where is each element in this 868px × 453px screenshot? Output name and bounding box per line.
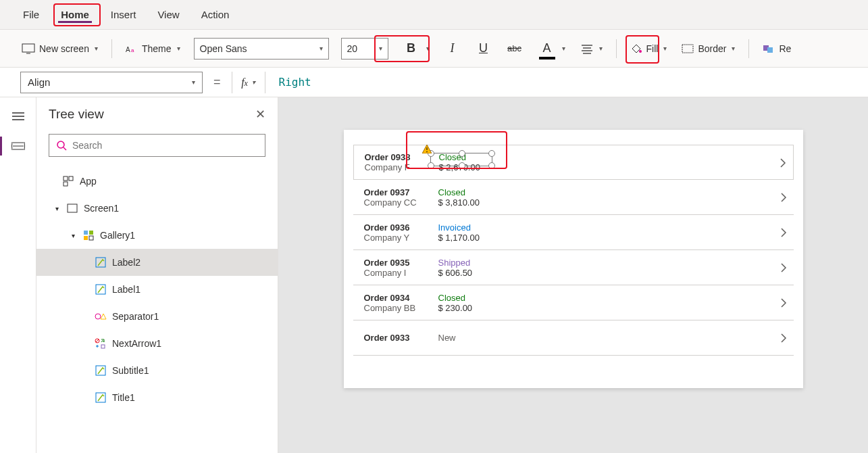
- tree-label: Label1: [112, 284, 141, 295]
- svg-rect-23: [84, 236, 88, 240]
- border-icon: [682, 44, 694, 53]
- svg-rect-24: [89, 236, 93, 240]
- svg-rect-22: [89, 231, 93, 235]
- collapse-icon[interactable]: ▾: [53, 205, 61, 212]
- close-panel-button[interactable]: ✕: [255, 107, 265, 122]
- order-row[interactable]: Order 0933 New: [353, 320, 794, 356]
- svg-rect-9: [682, 45, 693, 53]
- chevron-down-icon: ▾: [732, 45, 735, 52]
- svg-point-8: [639, 50, 642, 53]
- chevron-right-icon[interactable]: [780, 227, 787, 238]
- font-family-select[interactable]: Open Sans ▾: [194, 38, 329, 59]
- chevron-down-icon: ▾: [95, 45, 98, 52]
- order-row[interactable]: Order 0934 Company BB Closed $ 230.00: [353, 285, 794, 320]
- tree-title1[interactable]: Title1: [36, 384, 278, 411]
- separator: [616, 39, 617, 58]
- fx-button[interactable]: fx ▾: [232, 72, 265, 93]
- tree-app[interactable]: App: [36, 168, 278, 195]
- bold-button[interactable]: B ▾: [401, 37, 431, 61]
- tree-screen1[interactable]: ▾ Screen1: [36, 195, 278, 222]
- chevron-right-icon[interactable]: [780, 333, 787, 343]
- theme-icon: Aa: [126, 43, 138, 54]
- svg-point-27: [95, 314, 101, 319]
- order-status: Closed: [438, 293, 519, 303]
- reorder-label: Re: [779, 43, 791, 54]
- tree-label: Subtitle1: [112, 365, 149, 376]
- selection-handles[interactable]: [430, 153, 492, 166]
- chevron-down-icon: ▾: [192, 78, 195, 86]
- search-input[interactable]: [72, 140, 258, 151]
- svg-text:A: A: [126, 46, 130, 53]
- separator: [111, 39, 112, 58]
- order-id: Order 0934: [364, 293, 438, 303]
- order-company: Company BB: [364, 303, 438, 313]
- order-row[interactable]: Order 0936 Company Y Invoiced $ 1,170.00: [353, 215, 794, 250]
- menu-bar: File Home Insert View Action: [0, 0, 868, 30]
- tree-label: Screen1: [84, 203, 119, 214]
- warning-icon: [422, 145, 432, 153]
- property-select[interactable]: Align ▾: [20, 72, 203, 93]
- svg-line-16: [63, 147, 66, 150]
- collapse-icon[interactable]: ▾: [69, 232, 77, 239]
- tree-label: Label2: [112, 257, 141, 268]
- font-color-button[interactable]: A ▾: [536, 37, 567, 61]
- font-size-value: 20: [347, 43, 358, 54]
- menu-home[interactable]: Home: [58, 2, 92, 27]
- tree-label: NextArrow1: [112, 338, 161, 349]
- menu-insert[interactable]: Insert: [108, 2, 139, 27]
- svg-point-15: [57, 141, 64, 148]
- menu-action[interactable]: Action: [199, 2, 232, 27]
- chevron-right-icon[interactable]: [780, 297, 787, 308]
- order-row[interactable]: Order 0938 Company F Closed $ 2,670.00: [353, 145, 794, 180]
- order-status: Closed: [438, 187, 519, 197]
- chevron-down-icon: ▾: [177, 45, 180, 52]
- canvas-area[interactable]: Order 0938 Company F Closed $ 2,670.00 O…: [278, 97, 868, 453]
- menu-view[interactable]: View: [155, 2, 182, 27]
- paint-bucket-icon: [630, 43, 642, 54]
- fill-label: Fill: [646, 43, 659, 54]
- tree-view-title: Tree view: [49, 107, 104, 122]
- ribbon: New screen ▾ Aa Theme ▾ Open Sans ▾ 20 ▾…: [0, 30, 868, 68]
- shape-icon: [95, 310, 107, 323]
- order-row[interactable]: Order 0937 Company CC Closed $ 3,810.00: [353, 180, 794, 215]
- font-size-select[interactable]: 20 ▾: [341, 38, 388, 59]
- strikethrough-button[interactable]: abc: [505, 39, 524, 58]
- new-screen-label: New screen: [39, 43, 89, 54]
- tree-subtitle1[interactable]: Subtitle1: [36, 357, 278, 384]
- chevron-right-icon[interactable]: [780, 262, 787, 273]
- property-value: Align: [28, 76, 50, 88]
- align-button[interactable]: ▾: [579, 41, 604, 57]
- order-row[interactable]: Order 0935 Company I Shipped $ 606.50: [353, 250, 794, 285]
- theme-label: Theme: [142, 43, 172, 54]
- chevron-right-icon[interactable]: [780, 158, 786, 168]
- order-price: $ 3,810.00: [438, 197, 519, 208]
- hamburger-button[interactable]: [10, 108, 26, 124]
- tree-label1[interactable]: Label1: [36, 276, 278, 303]
- label-icon: [95, 391, 107, 404]
- search-icon: [56, 140, 67, 151]
- fill-button[interactable]: Fill ▾: [629, 41, 669, 57]
- tree-search[interactable]: [49, 134, 265, 157]
- tree-gallery1[interactable]: ▾ Gallery1: [36, 222, 278, 249]
- tree-label2[interactable]: Label2: [36, 249, 278, 276]
- chevron-right-icon[interactable]: [780, 192, 787, 203]
- svg-rect-11: [767, 47, 773, 53]
- menu-file[interactable]: File: [20, 2, 42, 27]
- tree-view-button[interactable]: [10, 138, 26, 154]
- border-button[interactable]: Border ▾: [680, 41, 736, 57]
- new-screen-button[interactable]: New screen ▾: [20, 41, 99, 57]
- order-price: $ 1,170.00: [438, 233, 519, 243]
- reorder-button[interactable]: Re: [761, 41, 792, 57]
- order-company: Company I: [364, 268, 438, 278]
- tree-separator1[interactable]: Separator1: [36, 303, 278, 330]
- label-icon: [95, 364, 107, 377]
- bold-icon: B: [402, 39, 421, 58]
- formula-input[interactable]: Right: [274, 76, 311, 89]
- app-icon: [62, 175, 74, 187]
- underline-button[interactable]: U: [474, 39, 493, 58]
- italic-button[interactable]: I: [443, 39, 462, 58]
- app-canvas[interactable]: Order 0938 Company F Closed $ 2,670.00 O…: [344, 130, 803, 388]
- theme-button[interactable]: Aa Theme ▾: [124, 41, 182, 57]
- chevron-down-icon: ▾: [663, 45, 667, 52]
- tree-nextarrow1[interactable]: NextArrow1: [36, 330, 278, 357]
